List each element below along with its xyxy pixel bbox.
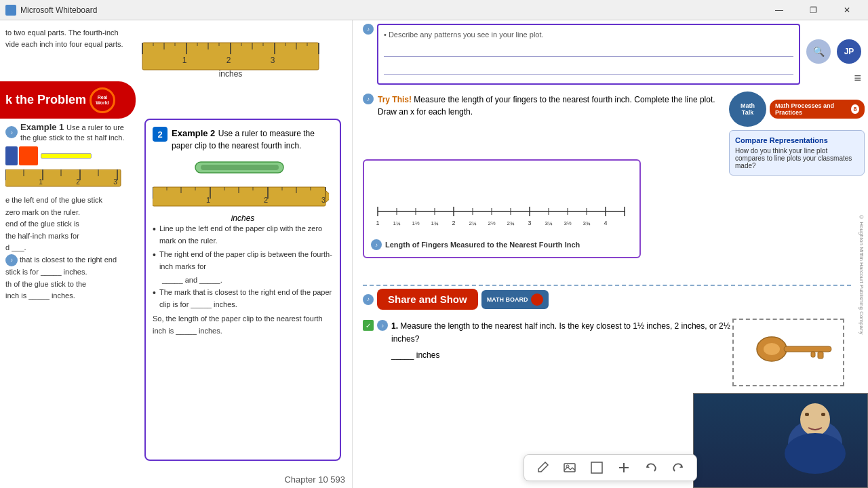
problem1-checkbox: ✓	[363, 320, 374, 331]
key-svg	[738, 325, 840, 380]
describe-area: ♪ • Describe any patterns you see in you…	[363, 20, 800, 90]
left-sound-btn[interactable]: ♪	[5, 254, 18, 266]
svg-text:2: 2	[76, 178, 80, 186]
titlebar: Microsoft Whiteboard — ❐ ✕	[0, 0, 868, 20]
app-icon	[5, 5, 16, 16]
try-this-label: Try This!	[378, 95, 412, 104]
svg-text:2: 2	[452, 220, 455, 226]
example2-ruler: 1 2 3	[153, 184, 329, 209]
answer-line-2[interactable]	[384, 60, 793, 75]
titlebar-title: Microsoft Whiteboard	[20, 5, 764, 15]
share-sound-btn[interactable]: ♪	[363, 294, 374, 305]
avatar-circle[interactable]: JP	[837, 39, 861, 64]
svg-text:2¾: 2¾	[507, 220, 514, 226]
real-world-text: Real World	[92, 95, 113, 105]
pencil-icon	[536, 461, 549, 474]
try-this-text: Try This! Measure the length of your fin…	[378, 94, 722, 118]
problem1-sound-btn[interactable]: ♪	[377, 320, 388, 331]
math-board-icon	[531, 293, 543, 306]
copyright-text: © Houghton Mifflin Harcourt Publishing C…	[852, 156, 865, 393]
add-tool-btn[interactable]	[615, 459, 633, 476]
svg-text:2: 2	[226, 56, 231, 65]
problem1-text: 1. Measure the length to the nearest hal…	[391, 320, 736, 363]
svg-text:1: 1	[182, 56, 187, 65]
answer-line-1[interactable]	[384, 42, 793, 57]
example1-ruler: 1 2 3	[5, 169, 124, 190]
svg-rect-84	[818, 352, 823, 359]
search-button[interactable]: 🔍	[806, 39, 831, 64]
describe-box: • Describe any patterns you see in your …	[377, 24, 800, 85]
toolbar	[524, 454, 697, 481]
svg-marker-52	[326, 190, 329, 203]
dashed-separator	[363, 285, 851, 286]
frame-icon	[590, 461, 604, 474]
svg-text:3: 3	[321, 196, 326, 204]
example1-sound-btn[interactable]: ♪	[5, 126, 18, 138]
compare-box: Compare Representations How do you think…	[729, 130, 865, 176]
titlebar-controls: — ❐ ✕	[764, 0, 863, 20]
left-panel: to two equal parts. The fourth-inch vide…	[0, 20, 353, 488]
person-silhouette	[693, 393, 868, 487]
share-show-button[interactable]: Share and Show	[377, 289, 478, 310]
main-content: to two equal parts. The fourth-inch vide…	[0, 20, 868, 488]
svg-text:1: 1	[39, 178, 43, 186]
svg-rect-92	[564, 464, 575, 472]
example2-title: Example 2	[172, 128, 215, 138]
describe-hint: • Describe any patterns you see in your …	[384, 30, 793, 39]
svg-rect-83	[784, 346, 831, 352]
left-continued-text: e the left end of the glue stick zero ma…	[5, 195, 134, 302]
problem1-number: 1.	[391, 321, 398, 331]
svg-text:1: 1	[376, 220, 379, 226]
svg-text:2½: 2½	[488, 220, 495, 226]
webcam-person	[694, 394, 867, 487]
undo-icon	[644, 461, 658, 474]
undo-btn[interactable]	[642, 459, 660, 476]
ruler-svg: 1 2 3 inches	[136, 26, 326, 83]
line-plot-sound-btn[interactable]: ♪	[371, 239, 382, 250]
webcam-area	[693, 393, 868, 488]
svg-text:3: 3	[271, 56, 275, 65]
example2-box: 2 Example 2 Use a ruler to measure the p…	[144, 119, 341, 461]
minimize-button[interactable]: —	[764, 0, 795, 20]
compare-title: Compare Representations	[735, 136, 859, 144]
math-talk-area: Math Talk Math Processes and Practices 8…	[729, 92, 865, 176]
svg-text:3½: 3½	[564, 220, 571, 226]
example1-area: ♪ Example 1 Use a ruler to ure the glue …	[0, 119, 139, 306]
svg-text:3¼: 3¼	[545, 220, 552, 226]
problem1-section: ✓ ♪ 1. Measure the length to the nearest…	[363, 320, 736, 363]
math-processes-badge: Math Processes and Practices 8	[770, 100, 865, 119]
try-this-sound-btn[interactable]: ♪	[363, 94, 374, 104]
redo-btn[interactable]	[669, 459, 687, 476]
example1-title: Example 1 Use a ruler to ure the glue st…	[20, 122, 134, 142]
bullet-item-2: • The right end of the paper clip is bet…	[153, 249, 333, 272]
compare-text: How do you think your line plot compares…	[735, 147, 859, 169]
close-button[interactable]: ✕	[831, 0, 863, 20]
paper-clip-area	[153, 157, 333, 178]
math-processes-number: 8	[851, 104, 859, 114]
glue-stick	[5, 146, 134, 165]
redo-icon	[671, 461, 685, 474]
frame-tool-btn[interactable]	[588, 459, 606, 476]
svg-text:1: 1	[206, 196, 210, 204]
bullet-item-3: • The mark that is closest to the right …	[153, 287, 333, 310]
line-plot-box: 1 1¼ 1½ 1¾ 2 2¼ 2½ 2¾ 3 3¼ 3½ 3¾ 4 ♪ Len…	[363, 159, 641, 258]
svg-text:1¾: 1¾	[431, 220, 438, 226]
intro-text: to two equal parts. The fourth-inch vide…	[0, 24, 132, 53]
line-plot-label: Length of Fingers Measured to the Neares…	[385, 241, 580, 249]
pencil-tool-btn[interactable]	[534, 459, 551, 476]
image-tool-btn[interactable]	[561, 459, 578, 476]
try-this-section: ♪ Try This! Measure the length of your f…	[363, 94, 722, 118]
svg-rect-91	[821, 413, 825, 416]
image-icon	[563, 461, 576, 474]
add-icon	[617, 461, 631, 474]
svg-rect-85	[811, 352, 815, 357]
bullet-conclusion: So, the length of the paper clip to the …	[153, 313, 333, 337]
svg-point-89	[785, 433, 846, 474]
svg-text:inches: inches	[219, 69, 243, 79]
describe-sound-btn[interactable]: ♪	[363, 24, 374, 35]
svg-text:2: 2	[264, 196, 268, 204]
svg-rect-90	[805, 413, 809, 416]
svg-point-82	[764, 343, 780, 355]
menu-button[interactable]: ≡	[854, 71, 861, 85]
restore-button[interactable]: ❐	[797, 0, 829, 20]
